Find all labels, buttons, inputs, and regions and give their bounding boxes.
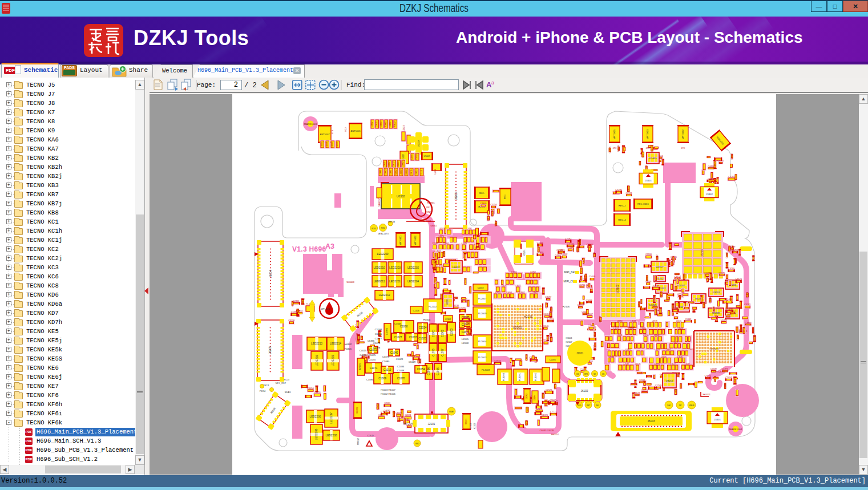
svg-text:C4181: C4181	[744, 303, 750, 306]
svg-text:C5677: C5677	[633, 392, 640, 394]
svg-text:SH6608: SH6608	[346, 281, 354, 284]
svg-text:RX0: RX0	[372, 228, 376, 230]
svg-text:C1057: C1057	[441, 349, 444, 357]
svg-text:L3621: L3621	[673, 342, 679, 344]
svg-text:C3175: C3175	[717, 160, 724, 162]
svg-text:C1005: C1005	[375, 333, 382, 335]
svg-text:L3043: L3043	[655, 349, 660, 351]
svg-text:L3303: L3303	[678, 327, 684, 330]
svg-text:C1444: C1444	[726, 298, 732, 301]
svg-text:C1080: C1080	[382, 360, 390, 363]
svg-text:H1004: H1004	[423, 318, 431, 321]
svg-text:C3702: C3702	[526, 420, 528, 426]
svg-text:L5012: L5012	[371, 122, 373, 127]
svg-text:U3205: U3205	[649, 303, 657, 306]
svg-text:H2105: H2105	[524, 315, 532, 318]
svg-text:L3991: L3991	[666, 349, 672, 351]
svg-text:H1.9: H1.9	[345, 127, 347, 132]
svg-text:C1374: C1374	[542, 414, 548, 416]
svg-text:C5404: C5404	[578, 241, 580, 247]
svg-text:L3950: L3950	[643, 334, 649, 337]
svg-text:C2813: C2813	[646, 275, 648, 281]
svg-text:C1027: C1027	[394, 336, 402, 339]
svg-text:L3572: L3572	[671, 363, 676, 365]
svg-text:J3402: J3402	[706, 193, 713, 196]
svg-text:C3382: C3382	[653, 296, 656, 302]
svg-text:C6993: C6993	[316, 386, 318, 392]
svg-text:LED2201: LED2201	[389, 280, 401, 283]
svg-text:TX0: TX0	[381, 227, 385, 229]
svg-text:H1002 H1006: H1002 H1006	[381, 392, 396, 395]
svg-text:C5004: C5004	[321, 142, 323, 148]
svg-text:L3120: L3120	[435, 250, 441, 252]
svg-text:C2302: C2302	[445, 318, 451, 321]
svg-text:L3160: L3160	[654, 334, 660, 337]
svg-text:C3330: C3330	[288, 319, 294, 322]
svg-text:SDA3: SDA3	[285, 391, 291, 394]
svg-text:LED2206: LED2206	[309, 415, 321, 418]
svg-text:C2151: C2151	[567, 246, 574, 249]
svg-text:L3089: L3089	[617, 334, 623, 337]
svg-text:REC: REC	[504, 195, 506, 199]
svg-text:U6002: U6002	[430, 225, 437, 227]
svg-text:C1040: C1040	[390, 351, 398, 354]
svg-text:L5023: L5023	[403, 125, 405, 132]
svg-text:X2101: X2101	[523, 249, 526, 256]
svg-text:C2646: C2646	[550, 306, 552, 313]
svg-text:ANT6602: ANT6602	[414, 236, 417, 245]
svg-text:R5001: R5001	[385, 122, 387, 127]
svg-text:C4456: C4456	[609, 147, 611, 153]
svg-text:PL2202: PL2202	[429, 305, 437, 308]
svg-text:U3201: U3201	[713, 291, 720, 294]
svg-text:C2640: C2640	[709, 297, 712, 303]
svg-text:D2104: D2104	[534, 395, 536, 400]
svg-text:L5024: L5024	[434, 169, 437, 174]
svg-text:C6093: C6093	[726, 303, 728, 310]
svg-text:C1807: C1807	[587, 313, 593, 315]
svg-text:H2103: H2103	[470, 423, 472, 430]
svg-text:ANT3402: ANT3402	[682, 129, 684, 139]
svg-text:C2425: C2425	[491, 210, 494, 216]
svg-text:U2001: U2001	[512, 326, 522, 329]
svg-text:ANT3405: ANT3405	[613, 129, 616, 139]
svg-text:U6302: U6302	[397, 195, 405, 198]
svg-text:L3726: L3726	[635, 363, 641, 365]
svg-text:C3581: C3581	[292, 300, 294, 306]
svg-text:U3212: U3212	[666, 379, 673, 382]
svg-text:LED2208: LED2208	[325, 434, 337, 437]
svg-text:L5003: L5003	[331, 142, 333, 148]
svg-text:L5001: L5001	[411, 154, 413, 159]
svg-text:PL2008: PL2008	[482, 368, 490, 371]
svg-text:C4975: C4975	[588, 325, 594, 327]
svg-text:C4986: C4986	[737, 334, 739, 340]
svg-text:H1003 H1007: H1003 H1007	[381, 388, 396, 391]
svg-text:R2121: R2121	[465, 419, 467, 425]
svg-text:C1748: C1748	[655, 384, 661, 387]
svg-text:C3876: C3876	[740, 325, 742, 331]
svg-text:ATA_QT0: ATA_QT0	[378, 232, 389, 235]
svg-text:C3988: C3988	[435, 253, 437, 259]
svg-text:L3562: L3562	[628, 342, 634, 344]
svg-text:J2101: J2101	[428, 423, 435, 426]
svg-text:SH0024: SH0024	[551, 434, 559, 436]
svg-text:C2126: C2126	[546, 389, 552, 391]
svg-text:LED2213: LED2213	[311, 342, 322, 345]
svg-text:ANT5006: ANT5006	[351, 129, 361, 132]
svg-text:META: META	[388, 220, 395, 223]
svg-text:C4678: C4678	[582, 257, 584, 264]
svg-text:LED2209: LED2209	[377, 253, 388, 256]
svg-text:C5015: C5015	[410, 169, 413, 175]
svg-text:C5028: C5028	[580, 268, 583, 274]
svg-text:C1038: C1038	[397, 369, 405, 372]
svg-text:C1079: C1079	[382, 355, 390, 358]
svg-text:H2106: H2106	[563, 305, 570, 308]
svg-text:REC-J: REC-J	[619, 204, 625, 207]
svg-text:C2032: C2032	[477, 287, 483, 289]
svg-text:MARK1004: MARK1004	[729, 428, 742, 431]
svg-text:L3390: L3390	[617, 320, 623, 322]
svg-text:C3981: C3981	[669, 243, 672, 249]
svg-text:C4809: C4809	[480, 203, 486, 205]
svg-text:C5001: C5001	[390, 169, 392, 175]
svg-text:C4675: C4675	[714, 161, 716, 168]
svg-text:M0: M0	[596, 404, 599, 407]
